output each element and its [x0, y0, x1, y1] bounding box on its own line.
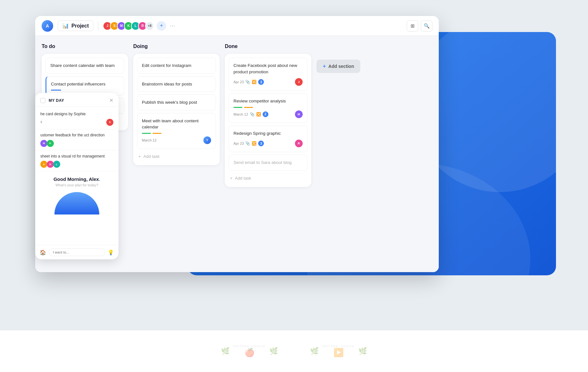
my-day-tasks: he card designs by Sophie 4 S ustomer fe… — [35, 107, 118, 245]
my-day-bottom-bar: 🏠 💡 — [35, 245, 118, 259]
doing-column-header: Doing — [133, 44, 220, 54]
my-day-task-text: ustomer feedback for the uct direction — [40, 133, 113, 138]
date-label: March 12 — [142, 138, 157, 142]
editors-choice-1: 🌿 EDITORS' CHOICE 🍎 🌿 — [221, 345, 278, 358]
bulb-icon[interactable]: 💡 — [108, 249, 114, 255]
leaf-left-icon: 🌿 — [310, 347, 319, 355]
my-day-task-item[interactable]: he card designs by Sophie 4 S — [35, 108, 118, 129]
my-day-task-text: sheet into a visual rd for management — [40, 154, 113, 159]
task-text: Publish this week's blog post — [142, 99, 211, 106]
task-text: Brainstorm ideas for posts — [142, 81, 211, 87]
task-card[interactable]: Review competitor analysis March 12 📎 🔀 … — [229, 93, 307, 123]
project-title-button[interactable]: 📊 Project — [58, 20, 94, 31]
my-day-task-text: he card designs by Sophie — [40, 111, 113, 117]
task-text: Send email to Sara about blog — [233, 159, 303, 166]
divider — [98, 21, 98, 30]
my-day-panel: MY DAY ✕ he card designs by Sophie 4 S u… — [35, 93, 118, 259]
plus-icon: + — [138, 154, 141, 159]
todo-column-header: To do — [42, 44, 128, 54]
editors-label: EDITORS' CHOICE — [233, 345, 265, 348]
greeting-area: Good Morning, Alex. What's your plan for… — [35, 171, 118, 220]
task-text: Share content calendar with team — [50, 62, 119, 69]
add-section-area: + Add section — [316, 44, 360, 73]
layout-icon-button[interactable]: ⊞ — [407, 20, 418, 32]
greeting-text: Good Morning, Alex. — [40, 176, 113, 182]
play-icon: ▶️ — [333, 348, 344, 358]
doing-column: Doing Edit content for Instagram Brainst… — [133, 44, 220, 165]
task-card[interactable]: Share content calendar with team — [45, 58, 124, 74]
done-column-body: Create Facebook post about new product p… — [225, 54, 311, 187]
doing-column-body: Edit content for Instagram Brainstorm id… — [133, 54, 220, 165]
add-section-button[interactable]: + Add section — [316, 60, 360, 73]
plus-icon: + — [323, 63, 326, 69]
task-text: Redesign Spring graphic — [233, 130, 303, 137]
bottom-bar: 🌿 EDITORS' CHOICE 🍎 🌿 🌿 EDITORS' CHOICE … — [0, 330, 588, 372]
task-text: Edit content for Instagram — [142, 62, 211, 69]
checkbox[interactable] — [40, 98, 45, 103]
my-day-task-item[interactable]: sheet into a visual rd for management A … — [35, 150, 118, 172]
my-day-title: MY DAY — [49, 98, 109, 103]
greeting-sub: What's your plan for today? — [40, 183, 113, 187]
task-card[interactable]: Publish this week's blog post — [137, 94, 216, 110]
leaf-left-icon: 🌿 — [221, 347, 230, 355]
project-title: Project — [71, 23, 89, 29]
progress-semicircle — [54, 192, 99, 214]
add-section-label: Add section — [328, 64, 354, 69]
my-day-task-item[interactable]: ustomer feedback for the uct direction M… — [35, 129, 118, 150]
team-avatar-count[interactable]: +8 — [145, 21, 154, 30]
team-avatars: J S M K L R +8 — [103, 21, 154, 30]
my-day-header: MY DAY ✕ — [35, 93, 118, 107]
task-card[interactable]: Create Facebook post about new product p… — [229, 58, 307, 91]
plus-icon: + — [230, 176, 233, 181]
close-icon[interactable]: ✕ — [109, 97, 113, 103]
my-day-input[interactable] — [49, 248, 105, 256]
task-card[interactable]: Send email to Sara about blog — [229, 155, 307, 171]
leaf-right-icon: 🌿 — [269, 347, 278, 355]
top-bar: A 📊 Project J S M K L R +8 + ··· — [35, 16, 439, 36]
more-options-button[interactable]: ··· — [167, 21, 178, 31]
add-task-done[interactable]: + Add task — [229, 173, 307, 183]
task-text: Meet with team about content calendar — [142, 118, 211, 130]
add-task-label: Add task — [143, 154, 160, 159]
user-avatar[interactable]: A — [42, 20, 53, 32]
apple-icon: 🍎 — [244, 348, 255, 358]
task-card[interactable]: Brainstorm ideas for posts — [137, 76, 216, 92]
leaf-right-icon: 🌿 — [358, 347, 367, 355]
task-card[interactable]: Meet with team about content calendar Ma… — [137, 113, 216, 149]
done-column: Done Create Facebook post about new prod… — [225, 44, 311, 187]
task-card[interactable]: Redesign Spring graphic Apr 23 📎 🔀 3 R — [229, 125, 307, 152]
add-task-doing[interactable]: + Add task — [137, 151, 216, 161]
add-member-button[interactable]: + — [157, 21, 166, 31]
task-card[interactable]: Edit content for Instagram — [137, 58, 216, 74]
done-column-header: Done — [225, 44, 311, 54]
chart-icon: 📊 — [62, 23, 69, 29]
search-icon-button[interactable]: 🔍 — [421, 20, 432, 32]
editors-label-2: EDITORS' CHOICE — [323, 345, 355, 348]
home-icon[interactable]: 🏠 — [40, 249, 46, 255]
task-text: Contact potential influencers — [51, 81, 119, 87]
editors-choice-2: 🌿 EDITORS' CHOICE ▶️ 🌿 — [310, 345, 367, 358]
task-text: Create Facebook post about new product p… — [233, 62, 303, 75]
task-avatar: T — [203, 136, 211, 144]
task-text: Review competitor analysis — [233, 98, 303, 104]
add-task-label: Add task — [235, 176, 251, 181]
